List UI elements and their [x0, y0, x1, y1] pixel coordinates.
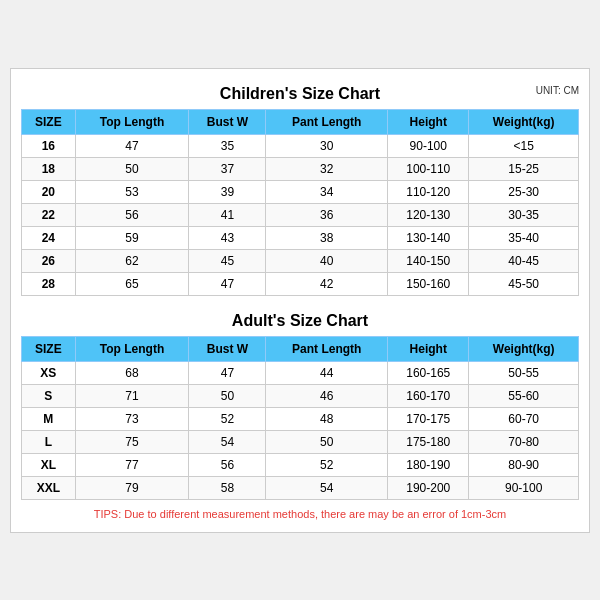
children-size-table: SIZE Top Length Bust W Pant Length Heigh…: [21, 109, 579, 296]
table-cell: L: [22, 430, 76, 453]
table-row: M735248170-17560-70: [22, 407, 579, 430]
table-cell: 25-30: [469, 180, 579, 203]
table-cell: XXL: [22, 476, 76, 499]
table-cell: 45: [189, 249, 266, 272]
table-row: L755450175-18070-80: [22, 430, 579, 453]
table-cell: 120-130: [388, 203, 469, 226]
table-cell: 50-55: [469, 361, 579, 384]
table-cell: 43: [189, 226, 266, 249]
children-col-size: SIZE: [22, 109, 76, 134]
table-cell: 28: [22, 272, 76, 295]
table-cell: 56: [75, 203, 189, 226]
table-cell: M: [22, 407, 76, 430]
children-col-weight: Weight(kg): [469, 109, 579, 134]
table-cell: 32: [266, 157, 388, 180]
table-cell: 20: [22, 180, 76, 203]
table-cell: 175-180: [388, 430, 469, 453]
size-chart-container: Children's Size Chart UNIT: CM SIZE Top …: [10, 68, 590, 533]
table-cell: 65: [75, 272, 189, 295]
table-cell: 50: [266, 430, 388, 453]
table-cell: 42: [266, 272, 388, 295]
table-cell: 110-120: [388, 180, 469, 203]
table-cell: 47: [189, 272, 266, 295]
table-cell: 41: [189, 203, 266, 226]
table-cell: XL: [22, 453, 76, 476]
table-cell: 59: [75, 226, 189, 249]
table-cell: 56: [189, 453, 266, 476]
table-cell: 80-90: [469, 453, 579, 476]
table-cell: 77: [75, 453, 189, 476]
table-cell: 90-100: [388, 134, 469, 157]
table-cell: 47: [189, 361, 266, 384]
table-cell: 52: [189, 407, 266, 430]
table-cell: 54: [189, 430, 266, 453]
table-row: 20533934110-12025-30: [22, 180, 579, 203]
table-cell: 180-190: [388, 453, 469, 476]
adult-col-size: SIZE: [22, 336, 76, 361]
table-cell: 46: [266, 384, 388, 407]
table-cell: 45-50: [469, 272, 579, 295]
adult-col-bust-w: Bust W: [189, 336, 266, 361]
table-cell: 47: [75, 134, 189, 157]
table-cell: 150-160: [388, 272, 469, 295]
table-cell: 90-100: [469, 476, 579, 499]
table-cell: 71: [75, 384, 189, 407]
children-table-header: SIZE Top Length Bust W Pant Length Heigh…: [22, 109, 579, 134]
table-cell: <15: [469, 134, 579, 157]
adult-col-height: Height: [388, 336, 469, 361]
table-cell: 30: [266, 134, 388, 157]
table-cell: 50: [189, 384, 266, 407]
table-cell: 35: [189, 134, 266, 157]
table-row: 1647353090-100<15: [22, 134, 579, 157]
adult-col-pant-length: Pant Length: [266, 336, 388, 361]
table-cell: 62: [75, 249, 189, 272]
table-cell: 50: [75, 157, 189, 180]
table-cell: 22: [22, 203, 76, 226]
table-cell: 40-45: [469, 249, 579, 272]
table-cell: 37: [189, 157, 266, 180]
table-row: 26624540140-15040-45: [22, 249, 579, 272]
table-cell: 26: [22, 249, 76, 272]
table-cell: 52: [266, 453, 388, 476]
table-cell: 60-70: [469, 407, 579, 430]
children-col-pant-length: Pant Length: [266, 109, 388, 134]
children-table-body: 1647353090-100<1518503732100-11015-25205…: [22, 134, 579, 295]
table-cell: 30-35: [469, 203, 579, 226]
table-cell: 39: [189, 180, 266, 203]
table-cell: 75: [75, 430, 189, 453]
table-row: S715046160-17055-60: [22, 384, 579, 407]
unit-label: UNIT: CM: [536, 85, 579, 96]
table-row: 22564136120-13030-35: [22, 203, 579, 226]
adult-table-body: XS684744160-16550-55S715046160-17055-60M…: [22, 361, 579, 499]
table-cell: 170-175: [388, 407, 469, 430]
table-cell: 53: [75, 180, 189, 203]
table-row: 24594338130-14035-40: [22, 226, 579, 249]
table-cell: 190-200: [388, 476, 469, 499]
adult-col-top-length: Top Length: [75, 336, 189, 361]
table-cell: 24: [22, 226, 76, 249]
table-cell: 130-140: [388, 226, 469, 249]
table-cell: 160-165: [388, 361, 469, 384]
table-row: XL775652180-19080-90: [22, 453, 579, 476]
children-col-top-length: Top Length: [75, 109, 189, 134]
table-cell: 68: [75, 361, 189, 384]
children-col-height: Height: [388, 109, 469, 134]
tips-text: TIPS: Due to different measurement metho…: [21, 506, 579, 522]
adult-title-text: Adult's Size Chart: [232, 312, 368, 329]
table-cell: 55-60: [469, 384, 579, 407]
table-cell: 140-150: [388, 249, 469, 272]
table-cell: 54: [266, 476, 388, 499]
table-row: XS684744160-16550-55: [22, 361, 579, 384]
table-cell: 34: [266, 180, 388, 203]
table-cell: 36: [266, 203, 388, 226]
table-cell: 73: [75, 407, 189, 430]
table-cell: 35-40: [469, 226, 579, 249]
table-cell: S: [22, 384, 76, 407]
table-cell: 48: [266, 407, 388, 430]
table-cell: XS: [22, 361, 76, 384]
adult-table-header: SIZE Top Length Bust W Pant Length Heigh…: [22, 336, 579, 361]
table-cell: 15-25: [469, 157, 579, 180]
children-title-text: Children's Size Chart: [220, 85, 380, 102]
table-cell: 18: [22, 157, 76, 180]
table-cell: 79: [75, 476, 189, 499]
